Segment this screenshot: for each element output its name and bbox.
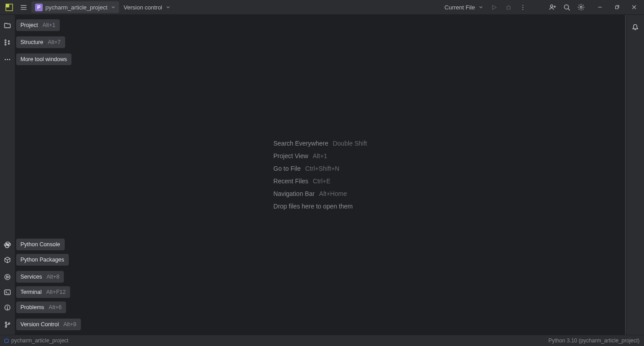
structure-tool-button[interactable]: [0, 35, 15, 50]
vcs-dropdown[interactable]: Version control: [121, 2, 173, 13]
svg-point-41: [5, 326, 7, 327]
left-tool-strip: ProjectAlt+1 StructureAlt+7 More tool wi…: [0, 15, 15, 335]
restore-button[interactable]: [610, 2, 624, 13]
python-packages-tool-button[interactable]: [0, 252, 15, 267]
problems-icon: [4, 304, 11, 311]
svg-point-13: [522, 7, 523, 8]
branch-icon: [4, 321, 11, 328]
app-logo: [3, 2, 15, 13]
svg-line-10: [506, 9, 507, 9]
python-console-tool-label: Python Console: [16, 239, 65, 250]
minimize-button[interactable]: [593, 2, 607, 13]
svg-point-30: [4, 59, 6, 60]
python-packages-tool-label: Python Packages: [16, 254, 69, 266]
terminal-icon: [4, 288, 11, 296]
svg-rect-22: [616, 6, 618, 9]
project-tool-button[interactable]: [0, 18, 15, 33]
main-menu-button[interactable]: [17, 2, 30, 13]
services-tool-button[interactable]: [0, 269, 15, 284]
python-interpreter-widget[interactable]: Python 3.10 (pycharm_article_project): [548, 337, 640, 344]
problems-tool-button[interactable]: [0, 300, 15, 315]
hint-goto-label: Go to File: [273, 165, 301, 172]
svg-point-29: [8, 43, 9, 44]
hint-nav-label: Navigation Bar: [273, 190, 315, 197]
hint-project-shortcut: Alt+1: [313, 152, 327, 160]
svg-line-11: [510, 9, 511, 9]
svg-point-39: [7, 309, 8, 309]
svg-point-12: [522, 4, 523, 5]
svg-marker-34: [7, 275, 9, 278]
svg-line-8: [506, 6, 507, 7]
version-control-tool-label: Version ControlAlt+9: [16, 319, 81, 330]
code-with-me-button[interactable]: [546, 2, 559, 13]
svg-point-27: [5, 44, 6, 45]
project-tool-label: ProjectAlt+1: [16, 19, 60, 31]
more-tool-windows-button[interactable]: [0, 52, 15, 67]
chevron-down-icon: [479, 5, 483, 9]
svg-line-19: [568, 9, 570, 10]
titlebar: P pycharm_article_project Version contro…: [0, 0, 644, 15]
hint-recent-label: Recent Files: [273, 177, 308, 185]
svg-point-14: [522, 9, 523, 10]
project-badge: P: [35, 4, 43, 11]
bell-icon: [631, 23, 639, 31]
project-name: pycharm_article_project: [45, 4, 107, 11]
run-config-selector[interactable]: Current File: [442, 2, 486, 13]
svg-point-32: [9, 59, 10, 60]
chevron-down-icon: [111, 5, 115, 9]
python-console-icon: [4, 241, 11, 248]
statusbar: pycharm_article_project Python 3.10 (pyc…: [0, 335, 644, 346]
vcs-label: Version control: [124, 4, 162, 11]
hint-search-shortcut: Double Shift: [333, 140, 367, 147]
welcome-hints: Search EverywhereDouble Shift Project Vi…: [273, 140, 367, 210]
svg-point-31: [7, 59, 8, 60]
packages-icon: [4, 256, 11, 264]
run-config-label: Current File: [444, 4, 475, 11]
svg-point-15: [550, 4, 552, 7]
folder-icon: [4, 22, 11, 29]
svg-point-6: [506, 6, 510, 9]
hint-drop-label: Drop files here to open them: [273, 203, 353, 210]
svg-marker-5: [492, 5, 496, 9]
python-console-tool-button[interactable]: [0, 237, 15, 252]
svg-point-40: [5, 322, 7, 323]
statusbar-breadcrumb[interactable]: pycharm_article_project: [11, 337, 68, 344]
close-button[interactable]: [627, 2, 641, 13]
svg-point-20: [580, 6, 582, 9]
right-tool-strip: [626, 15, 644, 335]
svg-point-26: [5, 42, 6, 43]
svg-point-28: [8, 40, 9, 42]
more-tool-windows-label: More tool windows: [16, 53, 72, 65]
hint-search-label: Search Everywhere: [273, 140, 328, 147]
more-actions-button[interactable]: [516, 2, 529, 13]
svg-point-42: [9, 323, 10, 324]
services-tool-label: ServicesAlt+8: [16, 271, 64, 283]
terminal-tool-label: TerminalAlt+F12: [16, 286, 71, 298]
terminal-tool-button[interactable]: [0, 284, 15, 300]
svg-point-18: [564, 4, 568, 9]
notifications-tool-button[interactable]: [626, 19, 644, 35]
main-area: ProjectAlt+1 StructureAlt+7 More tool wi…: [0, 15, 644, 335]
editor-area[interactable]: Search EverywhereDouble Shift Project Vi…: [15, 15, 626, 335]
hint-project-label: Project View: [273, 152, 308, 160]
project-selector[interactable]: P pycharm_article_project: [31, 1, 119, 13]
svg-rect-35: [4, 290, 10, 295]
run-button[interactable]: [488, 2, 500, 13]
chevron-down-icon: [166, 5, 170, 9]
hint-recent-shortcut: Ctrl+E: [313, 177, 330, 185]
debug-button[interactable]: [502, 2, 515, 13]
problems-tool-label: ProblemsAlt+6: [16, 302, 67, 313]
indexing-indicator-icon: [4, 339, 9, 343]
hint-goto-shortcut: Ctrl+Shift+N: [305, 165, 339, 172]
version-control-tool-button[interactable]: [0, 317, 15, 332]
hint-nav-shortcut: Alt+Home: [319, 190, 347, 197]
search-everywhere-button[interactable]: [560, 2, 573, 13]
svg-line-9: [510, 6, 511, 7]
settings-button[interactable]: [575, 2, 587, 13]
svg-point-25: [5, 40, 6, 41]
structure-icon: [4, 39, 11, 46]
structure-tool-label: StructureAlt+7: [16, 36, 66, 48]
svg-rect-1: [6, 4, 9, 7]
services-icon: [4, 273, 11, 281]
more-icon: [4, 56, 11, 63]
